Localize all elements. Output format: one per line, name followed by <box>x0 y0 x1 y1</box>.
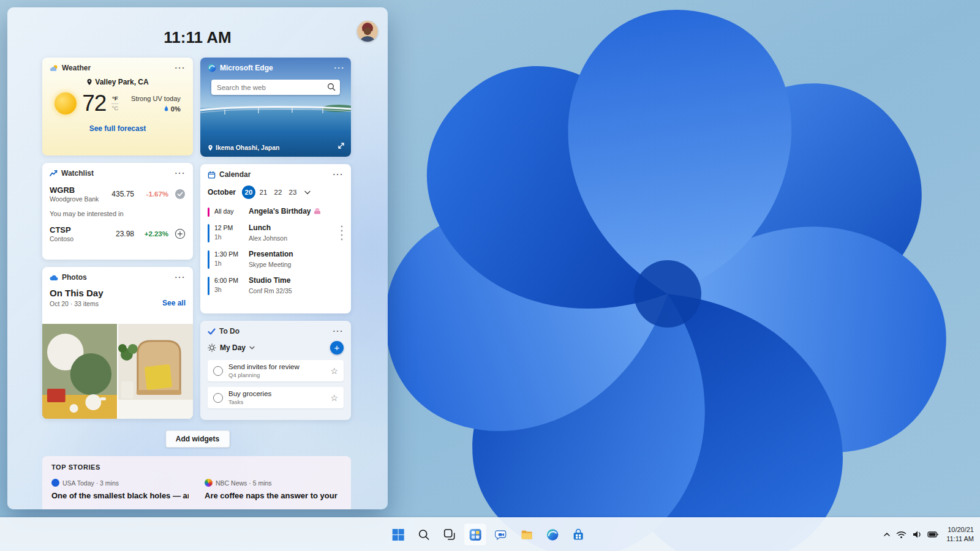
task-title: Buy groceries <box>228 390 271 397</box>
start-button[interactable] <box>386 523 410 546</box>
todo-task[interactable]: Send invites for review Q4 planning ☆ <box>208 360 344 381</box>
search-icon[interactable] <box>327 83 336 94</box>
edge-widget[interactable]: Microsoft Edge ··· Ikema Ohashi, Japan <box>200 58 351 157</box>
see-full-forecast-link[interactable]: See full forecast <box>50 124 186 133</box>
task-checkbox[interactable] <box>213 366 223 376</box>
calendar-event[interactable]: 6:00 PM3h Studio Time Conf Rm 32/35 <box>208 276 344 296</box>
star-icon[interactable]: ☆ <box>330 393 338 403</box>
star-icon[interactable]: ☆ <box>330 366 338 376</box>
calendar-day-22[interactable]: 22 <box>271 186 285 199</box>
stock-symbol: WGRB <box>50 186 100 195</box>
event-color-bar <box>208 224 209 242</box>
folder-icon <box>520 528 533 541</box>
wifi-icon[interactable] <box>896 530 907 539</box>
weather-widget[interactable]: Weather ··· Valley Park, CA 72 °F °C <box>42 58 193 156</box>
news-story[interactable]: USA Today · 3 mins One of the smallest b… <box>51 479 189 500</box>
photos-cloud-icon <box>50 274 58 281</box>
calendar-day-20[interactable]: 20 <box>242 186 255 199</box>
task-checkbox[interactable] <box>213 393 223 403</box>
edge-menu-button[interactable]: ··· <box>334 65 345 71</box>
avatar[interactable] <box>357 21 378 42</box>
stock-identity: CTSP Contoso <box>50 225 100 242</box>
precipitation: 0% <box>164 105 181 113</box>
taskbar-date: 10/20/21 <box>946 525 974 534</box>
todo-title: To Do <box>219 327 239 335</box>
stock-row[interactable]: CTSP Contoso 23.98 +2.23% <box>50 225 186 242</box>
battery-icon[interactable] <box>927 531 938 538</box>
top-stories-heading: TOP STORIES <box>51 463 342 471</box>
weather-cloud-sun-icon <box>50 64 58 72</box>
task-list-name: Tasks <box>228 399 271 405</box>
todo-widget[interactable]: To Do ··· My Day + Send invites for revi… <box>200 321 351 420</box>
event-time: 1:30 PM1h <box>214 250 244 268</box>
photo-thumbnail-tea-scene[interactable] <box>42 324 117 419</box>
chat-button[interactable] <box>489 523 513 546</box>
calendar-menu-button[interactable]: ··· <box>333 171 344 178</box>
widgets-column-right: Microsoft Edge ··· Ikema Ohashi, Japan <box>200 58 351 420</box>
search-button[interactable] <box>412 523 435 546</box>
check-circle-icon[interactable] <box>175 189 186 200</box>
photos-header: Photos ··· <box>50 273 186 282</box>
stock-row[interactable]: WGRB Woodgrove Bank 435.75 -1.67% <box>50 186 186 203</box>
chevron-down-icon[interactable] <box>304 190 311 195</box>
expand-icon[interactable] <box>337 141 345 152</box>
temperature-units: °F °C <box>111 96 118 111</box>
widgets-button[interactable] <box>464 523 487 546</box>
edge-bridge-photo <box>200 58 351 157</box>
stock-symbol: CTSP <box>50 225 100 234</box>
event-text: Presentation Skype Meeting <box>249 250 344 269</box>
event-text: Angela's Birthday <box>249 207 344 216</box>
tray-chevron-up-icon[interactable] <box>883 531 891 538</box>
task-text: Send invites for review Q4 planning <box>228 363 300 378</box>
file-explorer-button[interactable] <box>515 523 538 546</box>
photos-see-all-link[interactable]: See all <box>162 299 186 307</box>
event-text: Studio Time Conf Rm 32/35 <box>249 276 344 296</box>
watchlist-header: Watchlist ··· <box>50 169 186 178</box>
stock-identity: WGRB Woodgrove Bank <box>50 186 100 203</box>
todo-list-selector[interactable]: My Day + <box>208 341 344 354</box>
photo-thumbnail-chair[interactable] <box>118 324 193 419</box>
news-story[interactable]: NBC News · 5 mins Are coffee naps the an… <box>205 479 342 500</box>
store-icon <box>571 528 584 541</box>
event-color-bar <box>208 208 209 217</box>
watchlist-menu-button[interactable]: ··· <box>175 170 186 176</box>
calendar-event[interactable]: All day Angela's Birthday <box>208 207 344 217</box>
calendar-events: All day Angela's Birthday 12 PM1h <box>208 207 344 296</box>
panel-clock: 11:11 AM <box>7 28 388 47</box>
unit-fahrenheit[interactable]: °F <box>112 96 118 102</box>
edge-logo-icon <box>208 64 216 72</box>
stock-name: Contoso <box>50 235 100 242</box>
add-to-watchlist-icon[interactable] <box>175 228 186 239</box>
unit-celsius[interactable]: °C <box>111 103 118 111</box>
story-headline[interactable]: Are coffee naps the answer to your <box>205 491 342 500</box>
task-text: Buy groceries Tasks <box>228 390 271 405</box>
search-input[interactable] <box>211 80 340 95</box>
calendar-widget[interactable]: Calendar ··· October 20 21 22 23 <box>200 164 351 313</box>
edge-photo-caption: Ikema Ohashi, Japan <box>208 144 279 151</box>
calendar-event[interactable]: 12 PM1h Lunch Alex Johnson <box>208 223 344 243</box>
photos-menu-button[interactable]: ··· <box>175 274 186 280</box>
edge-browser-button[interactable] <box>541 523 564 546</box>
watchlist-title: Watchlist <box>61 169 94 178</box>
weather-location[interactable]: Valley Park, CA <box>50 78 186 86</box>
todo-task[interactable]: Buy groceries Tasks ☆ <box>208 387 344 408</box>
add-widgets-button[interactable]: Add widgets <box>165 430 230 448</box>
taskbar-clock[interactable]: 10/20/21 11:11 AM <box>944 525 974 544</box>
task-view-button[interactable] <box>438 523 461 546</box>
event-title: Presentation <box>249 250 344 258</box>
event-title: Angela's Birthday <box>249 207 311 216</box>
event-text: Lunch Alex Johnson <box>249 223 344 243</box>
watchlist-widget[interactable]: Watchlist ··· WGRB Woodgrove Bank 435.75… <box>42 163 193 260</box>
todo-menu-button[interactable]: ··· <box>333 328 344 334</box>
story-headline[interactable]: One of the smallest black holes — and <box>51 491 189 500</box>
location-pin-icon <box>86 78 92 86</box>
weather-menu-button[interactable]: ··· <box>175 65 186 71</box>
calendar-event[interactable]: 1:30 PM1h Presentation Skype Meeting <box>208 250 344 269</box>
calendar-day-21[interactable]: 21 <box>257 186 270 199</box>
volume-icon[interactable] <box>912 530 922 539</box>
photos-widget[interactable]: Photos ··· On This Day Oct 20 · 33 items… <box>42 267 193 419</box>
calendar-day-23[interactable]: 23 <box>286 186 300 199</box>
microsoft-store-button[interactable] <box>567 523 590 546</box>
drag-handle-icon[interactable] <box>340 225 344 243</box>
add-task-button[interactable]: + <box>330 341 344 354</box>
